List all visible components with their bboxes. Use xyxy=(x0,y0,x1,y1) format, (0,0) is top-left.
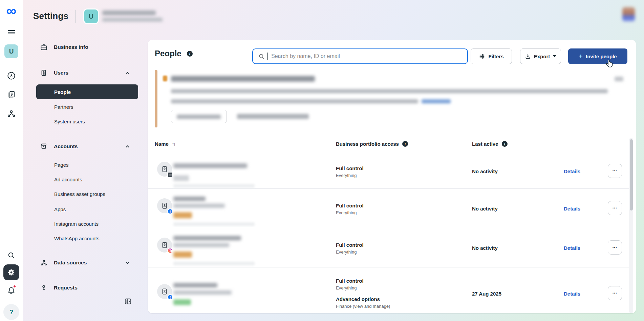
table-row: Full control Everything No activity Deta… xyxy=(148,228,629,267)
settings-nav: Business info Users People Partners Syst… xyxy=(23,0,148,321)
briefcase-icon xyxy=(40,43,48,51)
user-profile-photo[interactable] xyxy=(622,7,635,21)
table-row: f Full control Everything No activity De… xyxy=(148,189,629,228)
last-active-value: No activity xyxy=(472,168,498,174)
notice-banner xyxy=(155,70,624,127)
filters-button[interactable]: Filters xyxy=(471,48,512,64)
sidebar-item-system-users[interactable]: System users xyxy=(54,116,85,126)
sliders-icon xyxy=(479,53,485,60)
collapse-sidebar-icon[interactable] xyxy=(122,295,134,307)
chevron-up-icon[interactable] xyxy=(125,144,129,148)
help-icon[interactable]: ? xyxy=(3,304,19,320)
access-level: Full control xyxy=(336,278,390,284)
access-scope-2: Finance (view and manage) xyxy=(336,304,390,309)
row-menu-button[interactable]: ••• xyxy=(608,164,622,178)
access-scope: Everything xyxy=(336,249,364,255)
row-menu-button[interactable]: ••• xyxy=(608,240,622,255)
avatar: f xyxy=(157,284,172,299)
search-icon[interactable] xyxy=(4,249,19,261)
export-button[interactable]: Export xyxy=(520,48,561,64)
people-title: People i xyxy=(155,49,193,58)
access-scope: Everything xyxy=(336,285,390,290)
email-redacted xyxy=(173,163,247,168)
access-level: Full control xyxy=(336,165,364,171)
banner-link-redacted[interactable] xyxy=(422,99,451,103)
mouse-cursor xyxy=(605,59,614,68)
sidebar-section-data-sources[interactable]: Data sources xyxy=(40,258,87,268)
banner-secondary-link[interactable] xyxy=(237,114,309,119)
email-redacted xyxy=(173,243,229,247)
details-link[interactable]: Details xyxy=(564,245,580,251)
sidebar-item-whatsapp-accounts[interactable]: WhatsApp accounts xyxy=(54,233,99,243)
search-input[interactable] xyxy=(271,53,467,59)
caret-down-icon xyxy=(553,55,556,57)
meta-logo-icon[interactable]: ∞ xyxy=(0,2,23,20)
last-active-info-icon[interactable]: i xyxy=(502,141,508,147)
sort-icon[interactable]: ↑↓ xyxy=(172,141,175,146)
sidebar-item-ad-accounts[interactable]: Ad accounts xyxy=(54,174,82,184)
banner-title-redacted xyxy=(171,76,315,82)
table-header: Name ↑↓ Business portfolio access i Last… xyxy=(148,138,629,152)
row-menu-button[interactable]: ••• xyxy=(608,286,622,300)
notification-badge xyxy=(13,285,16,288)
sidebar-section-requests[interactable]: Requests xyxy=(40,283,78,293)
sidebar-item-business-asset-groups[interactable]: Business asset groups xyxy=(54,189,105,199)
details-link[interactable]: Details xyxy=(564,168,580,174)
magnifier-icon xyxy=(258,53,265,60)
sidebar-section-users[interactable]: Users xyxy=(40,68,68,78)
sidebar-item-pages[interactable]: Pages xyxy=(54,160,69,170)
last-active-value: No activity xyxy=(472,206,498,212)
id-card-icon xyxy=(40,69,48,77)
email-redacted xyxy=(173,204,225,208)
avatar xyxy=(157,238,172,253)
access-info-icon[interactable]: i xyxy=(402,141,408,147)
access-scope: Everything xyxy=(336,210,364,215)
text-cursor xyxy=(267,53,268,60)
ads-manager-icon[interactable] xyxy=(4,70,19,81)
chevron-up-icon[interactable] xyxy=(125,71,129,75)
details-link[interactable]: Details xyxy=(564,291,580,297)
name-redacted xyxy=(173,283,217,287)
settings-icon[interactable] xyxy=(3,264,19,280)
business-avatar[interactable]: U xyxy=(4,44,18,58)
sidebar-item-apps[interactable]: Apps xyxy=(54,204,66,214)
warning-icon xyxy=(163,76,167,81)
last-active-value: No activity xyxy=(472,245,498,251)
last-active-value: 27 Aug 2025 xyxy=(472,291,501,297)
sidebar-item-people[interactable]: People xyxy=(36,84,138,99)
sidebar-item-business-info[interactable]: Business info xyxy=(40,42,88,52)
search-bar[interactable] xyxy=(252,48,468,64)
table-row: Full control Everything No activity Deta… xyxy=(148,154,629,189)
scrollbar-thumb[interactable] xyxy=(630,139,633,210)
sidebar-section-accounts[interactable]: Accounts xyxy=(40,141,78,152)
column-name[interactable]: Name ↑↓ xyxy=(155,141,175,147)
row-menu-button[interactable]: ••• xyxy=(608,201,622,215)
plus-icon: + xyxy=(579,53,583,60)
chevron-down-icon[interactable] xyxy=(125,261,129,265)
access-level-2: Advanced options xyxy=(336,296,390,302)
people-panel: People i Filters Export + Invite people xyxy=(148,40,636,313)
status-chip-redacted xyxy=(173,175,189,181)
avatar: f xyxy=(157,198,172,213)
column-last-active: Last active i xyxy=(472,141,508,147)
details-link[interactable]: Details xyxy=(564,206,580,212)
scrollbar-track[interactable] xyxy=(629,138,633,313)
name-redacted xyxy=(173,197,206,201)
sidebar-item-partners[interactable]: Partners xyxy=(54,102,73,112)
box-icon xyxy=(40,142,48,151)
page-badge-icon xyxy=(167,172,173,178)
sidebar-item-instagram-accounts[interactable]: Instagram accounts xyxy=(54,219,99,229)
menu-icon[interactable] xyxy=(4,26,19,38)
column-access: Business portfolio access i xyxy=(336,141,408,147)
access-scope: Everything xyxy=(336,173,364,178)
invite-people-button[interactable]: + Invite people xyxy=(568,48,627,64)
network-icon xyxy=(40,259,48,267)
notifications-icon[interactable] xyxy=(4,285,19,296)
business-portfolio-icon[interactable] xyxy=(4,89,19,100)
banner-dismiss[interactable] xyxy=(615,77,623,81)
people-info-icon[interactable]: i xyxy=(187,51,193,57)
person-icon xyxy=(40,284,48,292)
banner-action-button[interactable] xyxy=(171,110,227,123)
connections-icon[interactable] xyxy=(4,108,19,119)
pending-chip-redacted xyxy=(173,212,192,218)
